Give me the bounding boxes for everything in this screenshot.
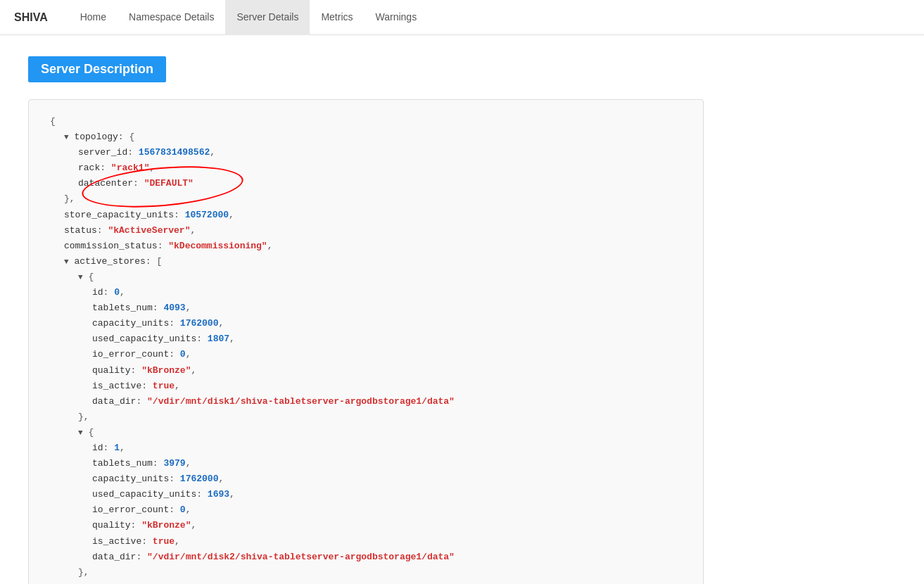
json-line: store_capacity_units: 10572000, — [50, 208, 682, 223]
json-line: io_error_count: 0, — [50, 347, 682, 362]
json-line: ▼ active_stores: [ — [50, 254, 682, 269]
nav-warnings[interactable]: Warnings — [365, 0, 429, 35]
json-line: quality: "kBronze", — [50, 518, 682, 533]
section-title: Server Description — [28, 56, 166, 82]
json-line: server_id: 1567831498562, — [50, 145, 682, 160]
nav-home[interactable]: Home — [69, 0, 118, 35]
json-line: ▼ { — [50, 580, 682, 584]
nav-metrics[interactable]: Metrics — [310, 0, 364, 35]
json-line: rack: "rack1", — [50, 160, 682, 176]
json-line: used_capacity_units: 1807, — [50, 331, 682, 347]
nav-namespace-details[interactable]: Namespace Details — [118, 0, 225, 35]
json-line: is_active: true, — [50, 534, 682, 550]
json-line: ▼ { — [50, 425, 682, 440]
json-line: id: 1, — [50, 440, 682, 456]
json-line: datacenter: "DEFAULT" — [50, 176, 682, 191]
json-line: }, — [50, 410, 682, 425]
json-line: io_error_count: 0, — [50, 502, 682, 518]
json-line: }, — [50, 565, 682, 580]
json-line: tablets_num: 4093, — [50, 300, 682, 316]
json-line: }, — [50, 191, 682, 207]
json-line: id: 0, — [50, 285, 682, 300]
json-line: is_active: true, — [50, 379, 682, 394]
nav-server-details[interactable]: Server Details — [225, 0, 310, 35]
json-line: capacity_units: 1762000, — [50, 316, 682, 331]
navbar-brand: SHIVA — [14, 11, 48, 24]
json-line: status: "kActiveServer", — [50, 223, 682, 239]
navbar: SHIVA Home Namespace Details Server Deta… — [0, 0, 924, 35]
json-line: data_dir: "/vdir/mnt/disk2/shiva-tablets… — [50, 550, 682, 565]
main-content: Server Description { ▼ topology: { serve… — [0, 35, 924, 584]
json-line: ▼ topology: { — [50, 129, 682, 145]
json-line: used_capacity_units: 1693, — [50, 487, 682, 502]
json-line: tablets_num: 3979, — [50, 456, 682, 471]
json-line: data_dir: "/vdir/mnt/disk1/shiva-tablets… — [50, 394, 682, 410]
json-line: ▼ { — [50, 269, 682, 285]
json-container: { ▼ topology: { server_id: 1567831498562… — [28, 99, 704, 584]
json-line: commission_status: "kDecommissioning", — [50, 239, 682, 254]
json-line: { — [50, 114, 682, 129]
json-line: capacity_units: 1762000, — [50, 471, 682, 487]
json-line: quality: "kBronze", — [50, 363, 682, 379]
